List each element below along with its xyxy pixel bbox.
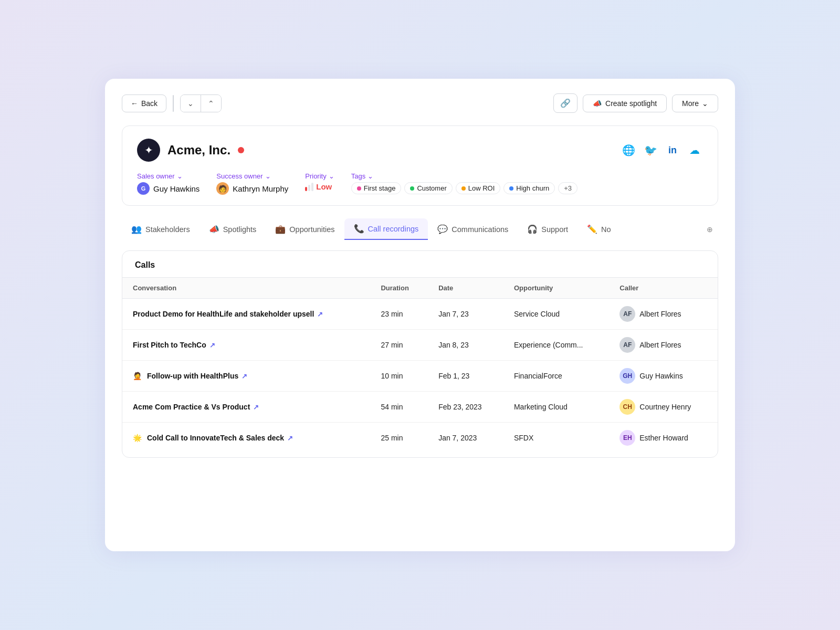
tag-customer[interactable]: Customer bbox=[404, 182, 452, 194]
fields-row: Sales owner ⌄ G Guy Hawkins Success owne… bbox=[137, 172, 703, 195]
table-row: First Pitch to TechCo ↗ 27 min Jan 8, 23… bbox=[122, 330, 718, 361]
call-caller: EH Esther Howard bbox=[609, 423, 718, 454]
calls-title: Calls bbox=[122, 251, 718, 278]
company-section: ✦ Acme, Inc. 🌐 🐦 in ☁ bbox=[122, 125, 718, 206]
spotlight-icon: 📣 bbox=[593, 99, 602, 108]
caller-avatar: GH bbox=[620, 368, 635, 384]
company-header: ✦ Acme, Inc. 🌐 🐦 in ☁ bbox=[137, 139, 703, 162]
call-opportunity: SFDX bbox=[503, 423, 609, 454]
chevron-down-icon: ⌄ bbox=[368, 172, 373, 180]
nav-up-button[interactable]: ⌃ bbox=[201, 95, 221, 112]
company-social: 🌐 🐦 in ☁ bbox=[620, 142, 703, 159]
sales-owner-avatar: G bbox=[137, 182, 150, 195]
priority-label[interactable]: Priority ⌄ bbox=[305, 172, 334, 180]
tab-communications[interactable]: 💬 Communications bbox=[428, 219, 518, 239]
calls-section: Calls Conversation Duration Date Opportu… bbox=[122, 250, 718, 458]
back-button[interactable]: ← Back bbox=[122, 94, 166, 112]
more-tabs-icon: ⊕ bbox=[707, 225, 713, 234]
tag-dot bbox=[357, 186, 361, 191]
tab-support[interactable]: 🎧 Support bbox=[518, 219, 578, 239]
globe-icon[interactable]: 🌐 bbox=[620, 142, 637, 159]
tag-high-churn[interactable]: High churn bbox=[503, 182, 555, 194]
table-row: 🤦 Follow-up with HealthPlus ↗ 10 min Feb… bbox=[122, 361, 718, 392]
call-duration: 23 min bbox=[370, 299, 428, 330]
tab-opportunities[interactable]: 💼 Opportunities bbox=[266, 219, 344, 239]
tag-dot bbox=[509, 186, 513, 191]
linkedin-icon[interactable]: in bbox=[664, 142, 681, 159]
caller-avatar: AF bbox=[620, 306, 635, 322]
external-link-icon[interactable]: ↗ bbox=[253, 403, 259, 411]
success-owner-label[interactable]: Success owner ⌄ bbox=[216, 172, 288, 180]
table-header-row: Conversation Duration Date Opportunity C… bbox=[122, 278, 718, 299]
company-logo: ✦ bbox=[137, 139, 160, 162]
company-name-row: ✦ Acme, Inc. bbox=[137, 139, 244, 162]
call-caller: GH Guy Hawkins bbox=[609, 361, 718, 392]
link-icon-button[interactable]: 🔗 bbox=[553, 93, 578, 113]
call-duration: 54 min bbox=[370, 392, 428, 423]
create-spotlight-button[interactable]: 📣 Create spotlight bbox=[583, 94, 667, 112]
external-link-icon[interactable]: ↗ bbox=[317, 310, 323, 318]
more-button[interactable]: More ⌄ bbox=[672, 94, 718, 112]
call-caller: AF Albert Flores bbox=[609, 330, 718, 361]
logo-symbol: ✦ bbox=[144, 144, 153, 156]
company-name: Acme, Inc. bbox=[167, 143, 230, 158]
tags-field: Tags ⌄ First stage Customer Low ROI bbox=[351, 172, 578, 194]
top-bar-left: ← Back ⌄ ⌃ bbox=[122, 94, 222, 112]
tabs-row: 👥 Stakeholders 📣 Spotlights 💼 Opportunit… bbox=[122, 218, 718, 240]
salesforce-icon[interactable]: ☁ bbox=[686, 142, 703, 159]
call-caller: CH Courtney Henry bbox=[609, 392, 718, 423]
tag-first-stage[interactable]: First stage bbox=[351, 182, 402, 194]
call-opportunity: Marketing Cloud bbox=[503, 392, 609, 423]
tags-row: First stage Customer Low ROI High churn bbox=[351, 182, 578, 194]
tag-low-roi[interactable]: Low ROI bbox=[456, 182, 501, 194]
col-opportunity: Opportunity bbox=[503, 278, 609, 299]
tab-call-recordings[interactable]: 📞 Call recordings bbox=[344, 218, 428, 240]
table-row: Acme Com Practice & Vs Product ↗ 54 min … bbox=[122, 392, 718, 423]
twitter-icon[interactable]: 🐦 bbox=[642, 142, 659, 159]
table-row: Product Demo for HealthLife and stakehol… bbox=[122, 299, 718, 330]
communications-icon: 💬 bbox=[437, 224, 448, 234]
external-link-icon[interactable]: ↗ bbox=[287, 434, 293, 442]
call-recordings-icon: 📞 bbox=[354, 224, 364, 234]
priority-bar bbox=[305, 183, 313, 191]
spotlights-icon: 📣 bbox=[209, 224, 219, 234]
tab-spotlights[interactable]: 📣 Spotlights bbox=[200, 219, 266, 239]
opportunities-icon: 💼 bbox=[275, 224, 286, 234]
external-link-icon[interactable]: ↗ bbox=[209, 341, 215, 349]
call-opportunity: FinancialForce bbox=[503, 361, 609, 392]
call-date: Jan 7, 23 bbox=[428, 299, 503, 330]
top-bar-right: 🔗 📣 Create spotlight More ⌄ bbox=[553, 93, 718, 113]
main-card: ← Back ⌄ ⌃ 🔗 📣 Create spotlight More ⌄ bbox=[105, 79, 735, 551]
col-date: Date bbox=[428, 278, 503, 299]
chevron-down-icon: ⌄ bbox=[265, 172, 271, 180]
tags-label[interactable]: Tags ⌄ bbox=[351, 172, 578, 180]
tag-extra[interactable]: +3 bbox=[558, 182, 578, 194]
call-conversation: Product Demo for HealthLife and stakehol… bbox=[122, 299, 370, 330]
chevron-down-icon: ⌄ bbox=[177, 172, 183, 180]
tag-dot bbox=[461, 186, 466, 191]
success-owner-avatar: 🧑 bbox=[216, 182, 229, 195]
tab-notes[interactable]: ✏️ No bbox=[578, 219, 621, 239]
call-date: Feb 1, 23 bbox=[428, 361, 503, 392]
sales-owner-label[interactable]: Sales owner ⌄ bbox=[137, 172, 200, 180]
nav-down-button[interactable]: ⌄ bbox=[181, 95, 201, 112]
divider bbox=[173, 95, 174, 112]
call-date: Feb 23, 2023 bbox=[428, 392, 503, 423]
call-date: Jan 7, 2023 bbox=[428, 423, 503, 454]
call-conversation: First Pitch to TechCo ↗ bbox=[122, 330, 370, 361]
status-dot bbox=[238, 147, 244, 153]
sales-owner-value: G Guy Hawkins bbox=[137, 182, 200, 195]
call-opportunity: Service Cloud bbox=[503, 299, 609, 330]
call-date: Jan 8, 23 bbox=[428, 330, 503, 361]
caller-avatar: CH bbox=[620, 399, 635, 415]
call-caller: AF Albert Flores bbox=[609, 299, 718, 330]
priority-field: Priority ⌄ Low bbox=[305, 172, 334, 191]
tab-more-button[interactable]: ⊕ bbox=[701, 221, 718, 238]
nav-group: ⌄ ⌃ bbox=[180, 94, 222, 112]
call-conversation: 🌟 Cold Call to InnovateTech & Sales deck… bbox=[122, 423, 370, 454]
chevron-down-icon: ⌄ bbox=[702, 99, 708, 108]
tab-stakeholders[interactable]: 👥 Stakeholders bbox=[122, 219, 200, 239]
call-duration: 27 min bbox=[370, 330, 428, 361]
success-owner-value: 🧑 Kathryn Murphy bbox=[216, 182, 288, 195]
external-link-icon[interactable]: ↗ bbox=[242, 372, 247, 380]
